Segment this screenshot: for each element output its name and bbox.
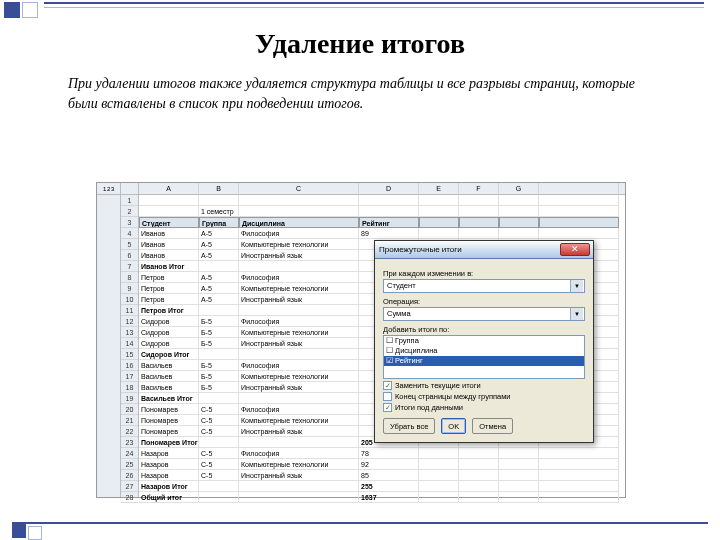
cell: Иванов bbox=[139, 250, 199, 261]
close-icon[interactable]: ✕ bbox=[560, 243, 590, 256]
col-header: D bbox=[359, 183, 419, 194]
cell bbox=[499, 206, 539, 217]
cell bbox=[539, 228, 619, 239]
ok-button[interactable]: OK bbox=[441, 418, 466, 434]
cell bbox=[199, 437, 239, 448]
cell: 92 bbox=[359, 459, 419, 470]
table-row: 1 семестр bbox=[139, 206, 625, 217]
cell: Б-5 bbox=[199, 327, 239, 338]
row-number: 28 bbox=[121, 492, 138, 503]
row-numbers: 1234567891011121314151617181920212223242… bbox=[121, 183, 139, 497]
cell: Петров bbox=[139, 283, 199, 294]
cell bbox=[199, 393, 239, 404]
combo-change[interactable]: Студент bbox=[383, 279, 585, 293]
page-title: Удаление итогов bbox=[0, 28, 720, 60]
cell bbox=[419, 470, 459, 481]
cell bbox=[139, 195, 199, 206]
cell: 1 семестр bbox=[199, 206, 239, 217]
checkbox-below[interactable]: ✓ Итоги под данными bbox=[383, 403, 585, 412]
cell bbox=[459, 459, 499, 470]
checkbox-replace[interactable]: ✓ Заменить текущие итоги bbox=[383, 381, 585, 390]
cell: Б-5 bbox=[199, 371, 239, 382]
cell: С-5 bbox=[199, 415, 239, 426]
checkbox-icon: ✓ bbox=[383, 381, 392, 390]
cell: Назаров bbox=[139, 470, 199, 481]
cell: Петров bbox=[139, 272, 199, 283]
cell: Назаров bbox=[139, 448, 199, 459]
row-number: 22 bbox=[121, 426, 138, 437]
col-header: B bbox=[199, 183, 239, 194]
cell bbox=[539, 459, 619, 470]
cell bbox=[459, 195, 499, 206]
cell: А-5 bbox=[199, 239, 239, 250]
cell bbox=[239, 195, 359, 206]
cell bbox=[239, 349, 359, 360]
cell: А-5 bbox=[199, 228, 239, 239]
col-header bbox=[539, 183, 619, 194]
row-number: 19 bbox=[121, 393, 138, 404]
checkbox-icon: ✓ bbox=[383, 403, 392, 412]
row-number: 21 bbox=[121, 415, 138, 426]
cell bbox=[239, 206, 359, 217]
cell bbox=[239, 492, 359, 503]
cell bbox=[539, 492, 619, 503]
cell: Философия bbox=[239, 272, 359, 283]
outline-gutter: 1 2 3 bbox=[97, 183, 121, 497]
row-number: 18 bbox=[121, 382, 138, 393]
checkbox-icon bbox=[383, 392, 392, 401]
cell bbox=[359, 195, 419, 206]
cell: С-5 bbox=[199, 448, 239, 459]
outline-header: 1 2 3 bbox=[97, 183, 120, 195]
cell: Васильев bbox=[139, 360, 199, 371]
row-number: 27 bbox=[121, 481, 138, 492]
row-number: 1 bbox=[121, 195, 138, 206]
cell: 78 bbox=[359, 448, 419, 459]
cell: Петров Итог bbox=[139, 305, 199, 316]
cell: Студент bbox=[139, 217, 199, 228]
cell bbox=[459, 217, 499, 228]
listbox-add-totals[interactable]: ☐ Группа☐ Дисциплина☑ Рейтинг bbox=[383, 335, 585, 379]
cell: 255 bbox=[359, 481, 419, 492]
cell: С-5 bbox=[199, 459, 239, 470]
cancel-button[interactable]: Отмена bbox=[472, 418, 513, 434]
slide-top-decoration bbox=[0, 0, 720, 22]
row-number: 25 bbox=[121, 459, 138, 470]
cell: Иностранный язык bbox=[239, 426, 359, 437]
cell bbox=[359, 206, 419, 217]
row-number: 3 bbox=[121, 217, 138, 228]
list-item[interactable]: ☑ Рейтинг bbox=[384, 356, 584, 366]
dialog-titlebar[interactable]: Промежуточные итоги ✕ bbox=[375, 241, 593, 259]
col-header: G bbox=[499, 183, 539, 194]
list-item[interactable]: ☐ Дисциплина bbox=[384, 346, 584, 356]
row-number: 7 bbox=[121, 261, 138, 272]
label-change: При каждом изменении в: bbox=[383, 269, 585, 278]
label-add-totals: Добавить итоги по: bbox=[383, 325, 585, 334]
cell bbox=[499, 448, 539, 459]
cell: Иностранный язык bbox=[239, 338, 359, 349]
checkbox-pagebreak[interactable]: Конец страницы между группами bbox=[383, 392, 585, 401]
cell bbox=[239, 261, 359, 272]
cell: Компьютерные технологии bbox=[239, 239, 359, 250]
cell: А-5 bbox=[199, 272, 239, 283]
row-number: 15 bbox=[121, 349, 138, 360]
cell: Философия bbox=[239, 448, 359, 459]
combo-operation[interactable]: Сумма bbox=[383, 307, 585, 321]
cell: Б-5 bbox=[199, 338, 239, 349]
cell bbox=[459, 206, 499, 217]
cell: Философия bbox=[239, 228, 359, 239]
cell bbox=[199, 492, 239, 503]
cell: Пономарев Итог bbox=[139, 437, 199, 448]
cell bbox=[419, 492, 459, 503]
cell: Компьютерные технологии bbox=[239, 459, 359, 470]
cell: Компьютерные технологии bbox=[239, 371, 359, 382]
cell: Общий итог bbox=[139, 492, 199, 503]
remove-all-button[interactable]: Убрать все bbox=[383, 418, 435, 434]
cell bbox=[539, 217, 619, 228]
col-header: F bbox=[459, 183, 499, 194]
cell: Группа bbox=[199, 217, 239, 228]
col-header: C bbox=[239, 183, 359, 194]
list-item[interactable]: ☐ Группа bbox=[384, 336, 584, 346]
cell: Васильев Итог bbox=[139, 393, 199, 404]
cell bbox=[419, 459, 459, 470]
cell: Компьютерные технологии bbox=[239, 283, 359, 294]
